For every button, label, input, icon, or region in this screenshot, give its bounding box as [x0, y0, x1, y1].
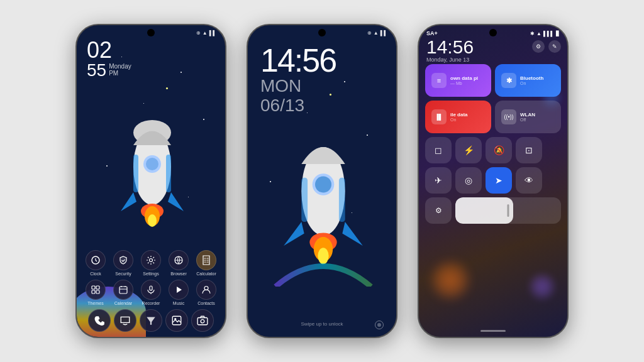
data-plan-icon: ≡ — [431, 73, 447, 88]
dock-camera[interactable] — [191, 309, 214, 332]
tile-mute[interactable]: 🔕 — [486, 137, 512, 163]
tile-airplane[interactable]: ✈ — [425, 167, 452, 194]
app-contacts[interactable]: Contacts — [194, 280, 219, 305]
app-icon-recorder[interactable] — [141, 280, 161, 300]
home-clock: 02 55 Monday PM — [87, 39, 131, 79]
lockscreen-date: 06/13 — [260, 96, 336, 116]
control-tiles: ≡ own data pl — Mb ✱ Bluetooth On — [425, 64, 561, 226]
tile-bluetooth[interactable]: ✱ Bluetooth On — [495, 64, 561, 97]
brightness-slider[interactable] — [455, 197, 561, 224]
dock — [77, 309, 225, 332]
clock-minutes: 55 — [87, 62, 106, 79]
tile-eye-protection[interactable]: 👁 — [516, 167, 542, 194]
app-icon-settings[interactable] — [141, 250, 161, 270]
rocket-illustration — [102, 111, 203, 249]
bars-icon: ▌▌▌ — [543, 31, 554, 36]
status-icons-3: ✱ ▲ ▌▌▌ ▊ — [530, 31, 560, 36]
signal-status-icon: ▲ — [536, 31, 541, 36]
svg-rect-21 — [172, 316, 181, 325]
brightness-row: ⚙ — [425, 197, 561, 224]
app-icon-browser[interactable] — [169, 250, 189, 270]
app-security[interactable]: Security — [111, 250, 136, 276]
carrier-label: SA+ — [426, 30, 438, 36]
tile-screen-record[interactable]: ◻ — [425, 137, 452, 163]
control-center-time: 14:56 Monday, June 13 — [426, 38, 474, 63]
tiles-row-3: ◻ ⚡ 🔕 ⊡ — [425, 137, 561, 163]
clock-hour: 02 — [87, 39, 131, 62]
app-icon-clock[interactable] — [86, 250, 106, 270]
camera-notch-2 — [318, 29, 326, 36]
app-themes[interactable]: Themes — [83, 280, 108, 305]
app-icon-contacts[interactable] — [196, 280, 216, 300]
tile-dnd[interactable]: ◎ — [455, 167, 482, 194]
lockscreen-rocket — [267, 123, 380, 287]
app-grid: Clock Security Settings — [77, 250, 225, 309]
wlan-text: WLAN Off — [520, 112, 555, 122]
signal-icon: ▲ — [203, 30, 208, 36]
battery-icon: ▌▌ — [209, 30, 216, 36]
lockscreen-camera-button[interactable] — [375, 321, 384, 329]
svg-point-10 — [150, 259, 153, 262]
svg-rect-5 — [166, 155, 171, 192]
app-icon-themes[interactable] — [86, 280, 106, 300]
tile-wlan[interactable]: ((•)) WLAN Off — [495, 101, 561, 133]
app-recorder[interactable]: Recorder — [138, 280, 164, 305]
bg-orb-orange — [431, 261, 469, 299]
cc-top-actions: ⚙ ✎ — [532, 40, 561, 53]
camera-notch-3 — [489, 29, 497, 36]
app-calculator[interactable]: Calculator — [194, 250, 219, 276]
cc-date-display: Monday, June 13 — [426, 57, 474, 63]
app-icon-music[interactable] — [169, 280, 189, 300]
svg-rect-12 — [92, 286, 95, 289]
dock-messages[interactable] — [114, 309, 136, 332]
signal-icon-2: ▲ — [374, 30, 379, 36]
svg-point-27 — [315, 177, 331, 193]
tiles-row-4: ✈ ◎ ➤ 👁 — [425, 167, 561, 194]
bg-orb-purple — [530, 274, 555, 299]
brightness-fill — [455, 197, 513, 224]
notification-icon: ⊕ — [196, 30, 201, 36]
dock-phone[interactable] — [88, 309, 111, 332]
svg-point-3 — [146, 158, 158, 170]
app-icon-calculator[interactable] — [196, 250, 216, 270]
cc-time-display: 14:56 — [426, 38, 474, 57]
mobile-data-text: ile data On — [450, 112, 485, 122]
app-settings[interactable]: Settings — [138, 250, 164, 276]
tile-data-plan[interactable]: ≡ own data pl — Mb — [425, 64, 491, 97]
app-music[interactable]: Music — [166, 280, 191, 305]
phone-control-center: SA+ ✱ ▲ ▌▌▌ ▊ 14:56 Monday, June 13 ⚙ ✎ … — [418, 24, 569, 338]
svg-rect-4 — [133, 155, 138, 192]
bluetooth-text: Bluetooth On — [520, 75, 555, 85]
phone-home: ⊕ ▲ ▌▌ 02 55 Monday PM — [75, 24, 226, 338]
app-calendar[interactable]: Calendar — [111, 280, 136, 305]
lockscreen-hours-minutes: 14:56 — [260, 44, 336, 77]
app-icon-calendar[interactable] — [113, 280, 133, 300]
status-icons-2: ⊕ ▲ ▌▌ — [367, 30, 387, 36]
notification-icon-2: ⊕ — [367, 30, 372, 36]
tile-torch[interactable]: ⚡ — [455, 137, 482, 163]
app-icon-security[interactable] — [113, 250, 133, 270]
tile-mobile-data[interactable]: ▐▌ ile data On — [425, 101, 491, 133]
camera-notch — [147, 29, 155, 36]
svg-point-32 — [318, 248, 328, 264]
home-indicator[interactable] — [480, 330, 506, 332]
svg-rect-16 — [119, 287, 127, 293]
svg-point-8 — [148, 214, 157, 227]
tile-location[interactable]: ➤ — [486, 167, 512, 194]
settings-gear-icon[interactable]: ⚙ — [532, 40, 545, 53]
swipe-hint: Swipe up to unlock — [301, 321, 343, 327]
app-row-1: Clock Security Settings — [82, 250, 220, 276]
dock-filter[interactable] — [140, 309, 162, 332]
app-row-2: Themes Calendar Recorder — [82, 280, 220, 305]
dock-gallery[interactable] — [165, 309, 188, 332]
svg-rect-23 — [197, 318, 208, 325]
phone-lockscreen: ⊕ ▲ ▌▌ 14:56 MON 06/13 — [247, 24, 397, 338]
app-clock[interactable]: Clock — [83, 250, 108, 276]
app-browser[interactable]: Browser — [166, 250, 191, 276]
svg-rect-14 — [92, 290, 95, 293]
svg-rect-17 — [150, 286, 152, 290]
edit-icon[interactable]: ✎ — [548, 40, 561, 53]
svg-point-24 — [201, 319, 204, 323]
tile-screenshot[interactable]: ⊡ — [516, 137, 542, 163]
clock-day: Monday PM — [109, 63, 131, 77]
